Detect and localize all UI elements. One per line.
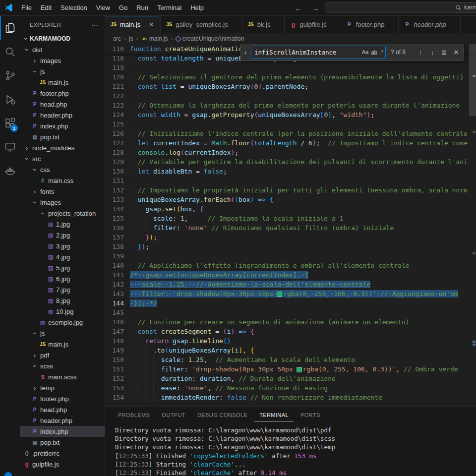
folder-dist[interactable]: ›dist: [20, 44, 105, 55]
search-icon[interactable]: [0, 40, 20, 63]
explorer-icon[interactable]: [0, 16, 20, 40]
file-1.jpg[interactable]: ▨1.jpg: [20, 219, 105, 230]
breadcrumb-item-js[interactable]: js: [129, 35, 133, 42]
menu-item-file[interactable]: File: [17, 0, 36, 15]
file-7.jpg[interactable]: ▨7.jpg: [20, 284, 105, 295]
scrollbar-slider[interactable]: [469, 44, 476, 116]
code-line[interactable]: 142···scale:·1.25,··//·Aumentiamo·la·sca…: [105, 280, 476, 289]
code-line[interactable]: 154 immediateRender: false // Non render…: [105, 393, 476, 402]
panel-tab-output[interactable]: OUTPUT: [157, 409, 190, 421]
code-line[interactable]: 144·});·*/: [105, 298, 476, 308]
file-gulpfile.js[interactable]: ggulpfile.js: [20, 459, 105, 470]
project-root[interactable]: › KARMAMOOD: [20, 33, 105, 44]
code-line[interactable]: 126 // Inizializziamo l'indice centrale …: [105, 129, 476, 138]
code-line[interactable]: 128 console.log(currentIndex);: [105, 148, 476, 157]
file-8.jpg[interactable]: ▨8.jpg: [20, 295, 105, 306]
code-line[interactable]: 132 // Impostiamo le proprietà iniziali …: [105, 185, 476, 195]
code-line[interactable]: 152 duration: duration, // Durata dell'a…: [105, 374, 476, 383]
code-line[interactable]: 146 // Funzione per creare un segmento d…: [105, 317, 476, 327]
match-case-icon[interactable]: Aa: [362, 49, 368, 55]
code-line[interactable]: 138 });: [105, 242, 476, 251]
code-line[interactable]: 143···filter:·'drop-shadow(0px·30px·50px…: [105, 289, 476, 298]
panel-tab-terminal[interactable]: TERMINAL: [254, 409, 294, 421]
code-line[interactable]: 139: [105, 251, 476, 261]
tab-footer.php[interactable]: Pfooter.php: [341, 16, 399, 33]
file-.prettierrc[interactable]: {}.prettierrc: [20, 448, 105, 459]
remote-explorer-icon[interactable]: [0, 135, 20, 159]
file-footer.php[interactable]: Pfooter.php: [20, 393, 105, 404]
code-line[interactable]: 130 let disableBtn = false;: [105, 167, 476, 176]
editor[interactable]: 118 const totalLength = uniqueBoxesArray…: [105, 44, 476, 407]
code-line[interactable]: 122: [105, 91, 476, 101]
terminal-output[interactable]: Directory vuota rimossa: C:\laragon\www\…: [105, 423, 476, 476]
file-main.scss[interactable]: Smain.scss: [20, 371, 105, 382]
find-in-selection-icon[interactable]: ≣: [439, 47, 449, 57]
close-find-icon[interactable]: ✕: [451, 47, 461, 57]
code-line[interactable]: 119: [105, 63, 476, 72]
folder-js[interactable]: ›js: [20, 66, 105, 77]
nav-back-icon[interactable]: ←: [295, 4, 302, 12]
whole-word-icon[interactable]: ab: [371, 49, 377, 55]
code-line[interactable]: 135 scale: 1, // Impostiamo la scala ini…: [105, 214, 476, 223]
code-line[interactable]: 137 });: [105, 233, 476, 242]
menu-item-selection[interactable]: Selection: [56, 0, 91, 15]
code-line[interactable]: 149 .to(uniqueBoxesArray[i], {: [105, 346, 476, 355]
close-icon[interactable]: ✕: [147, 22, 155, 27]
code-line[interactable]: 145: [105, 308, 476, 317]
folder-src[interactable]: ›src: [20, 153, 105, 164]
file-main.css[interactable]: #main.css: [20, 175, 105, 186]
more-actions-icon[interactable]: ⋯: [92, 21, 99, 29]
code-line[interactable]: 134 gsap.set(box, {: [105, 204, 476, 214]
folder-projects-rotation[interactable]: ›projects_rotation: [20, 208, 105, 219]
file-6.jpg[interactable]: ▨6.jpg: [20, 273, 105, 284]
folder-temp[interactable]: ›temp: [20, 382, 105, 393]
file-3.jpg[interactable]: ▨3.jpg: [20, 240, 105, 251]
file-header.php[interactable]: Pheader.php: [20, 110, 105, 120]
menu-item-edit[interactable]: Edit: [36, 0, 56, 15]
docker-icon[interactable]: [0, 159, 20, 182]
file-header.php[interactable]: Pheader.php: [20, 415, 105, 426]
folder-css[interactable]: ›css: [20, 164, 105, 175]
file-footer.php[interactable]: Pfooter.php: [20, 88, 105, 99]
code-line[interactable]: 123 // Otteniamo la larghezza del primo …: [105, 101, 476, 110]
code-line[interactable]: 120 // Selezioniamo il genitore del prim…: [105, 72, 476, 82]
file-5.jpg[interactable]: ▨5.jpg: [20, 262, 105, 273]
file-main.js[interactable]: JSmain.js: [20, 339, 105, 350]
folder-scss[interactable]: ›scss: [20, 360, 105, 371]
tab-bk.js[interactable]: JSbk.js: [242, 16, 285, 33]
panel-tab-problems[interactable]: PROBLEMS: [113, 409, 155, 421]
panel-tab-debug-console[interactable]: DEBUG CONSOLE: [192, 409, 252, 421]
run-debug-icon[interactable]: [0, 87, 20, 111]
menu-item-go[interactable]: Go: [115, 0, 132, 15]
code-line[interactable]: 151 filter: 'drop-shadow(0px 30px 50px r…: [105, 364, 476, 374]
breadcrumb-item-main.js[interactable]: JSmain.js: [141, 35, 168, 42]
code-line[interactable]: 140 // Applichiamo l'effetto (ingrandime…: [105, 261, 476, 270]
source-control-icon[interactable]: [0, 63, 20, 87]
code-line[interactable]: 153 ease: 'none', // Nessuna funzione di…: [105, 383, 476, 393]
previous-match-icon[interactable]: ↑: [416, 47, 425, 57]
file-pop.txt[interactable]: ▤pop.txt: [20, 131, 105, 142]
folder-node-modules[interactable]: ›node_modules: [20, 142, 105, 153]
tab-main.js[interactable]: JSmain.js✕: [105, 16, 161, 33]
code-line[interactable]: 127 let currentIndex = Math.floor(totalL…: [105, 138, 476, 148]
menu-item-terminal[interactable]: Terminal: [153, 0, 186, 15]
tab-header.php[interactable]: Pheader.php: [399, 16, 460, 33]
code-line[interactable]: 148 return gsap.timeline(): [105, 336, 476, 346]
file-pop.txt[interactable]: ▤pop.txt: [20, 437, 105, 448]
folder-js[interactable]: ›js: [20, 328, 105, 339]
breadcrumb-item-src[interactable]: src: [113, 35, 121, 42]
code-line[interactable]: 125: [105, 119, 476, 129]
file-head.php[interactable]: Phead.php: [20, 99, 105, 110]
nav-forward-icon[interactable]: →: [312, 4, 319, 12]
panel-tab-ports[interactable]: PORTS: [296, 409, 325, 421]
next-match-icon[interactable]: ↓: [427, 47, 437, 57]
code-line[interactable]: 131: [105, 176, 476, 185]
code-line[interactable]: 150 scale: 1.25, // Aumentiamo la scala …: [105, 355, 476, 364]
menu-item-view[interactable]: View: [92, 0, 115, 15]
regex-icon[interactable]: .*: [380, 49, 383, 55]
folder-fonts[interactable]: ›fonts: [20, 186, 105, 197]
code-line[interactable]: 141/*··gsap.set(uniqueBoxesArray[current…: [105, 270, 476, 280]
code-line[interactable]: 124 const width = gsap.getProperty(uniqu…: [105, 110, 476, 119]
toggle-replace-icon[interactable]: ›: [242, 49, 249, 56]
menu-item-help[interactable]: Help: [186, 0, 208, 15]
